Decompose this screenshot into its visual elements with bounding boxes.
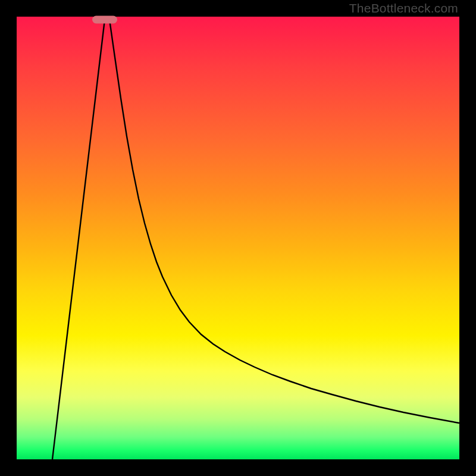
bottleneck-curve [17,17,459,459]
curve-path [52,20,459,459]
chart-frame: TheBottleneck.com [0,0,476,476]
optimal-marker [92,16,117,24]
plot-area [17,17,459,459]
watermark-text: TheBottleneck.com [349,1,458,15]
